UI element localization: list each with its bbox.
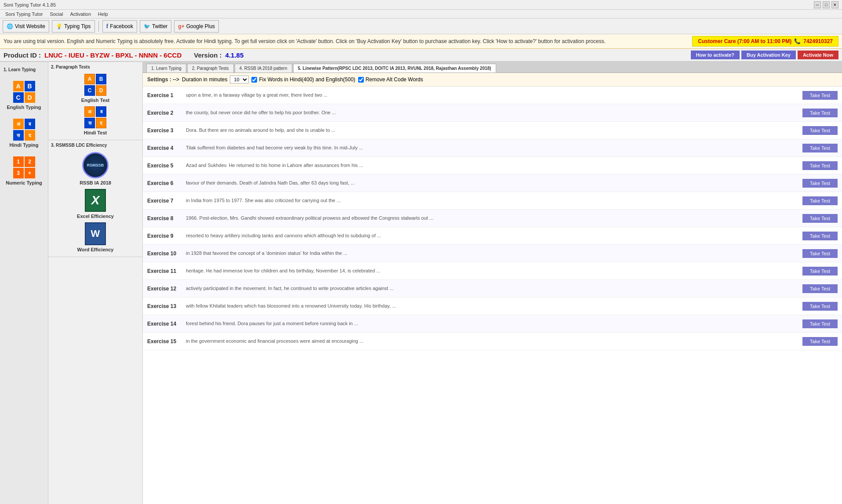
exercise-text-13: with fellow Khilafat leaders which has b… [186,303,799,309]
fix-words-group: Fix Words in Hindi(400) and English(500) [251,76,355,83]
paragraph-tests-section: 2. Paragraph Tests A B C D English Test … [48,62,142,140]
icon-cell-3: 3 [13,168,24,178]
take-test-button-1[interactable]: Take Test [802,91,838,100]
version-label: Version : [194,51,221,59]
google-plus-icon: g+ [178,23,184,29]
customer-care-box: Customer Care (7:00 AM to 11:00 PM) 📞 74… [692,36,838,47]
tab-linewise-pattern[interactable]: 5. Linewise Pattern(RPSC LDC 2013, DOITC… [293,64,496,73]
exercise-row: Exercise 10 in 1928 that favored the con… [143,245,842,262]
exercise-number-2: Exercise 2 [147,110,182,116]
rssb-ia-2018-label: RSSB IA 2018 [80,180,111,185]
take-test-button-9[interactable]: Take Test [802,232,838,240]
remove-alt-code-group: Remove Alt Code Words [358,76,423,83]
eng-icon-c: C [84,85,95,96]
exercise-row: Exercise 13 with fellow Khilafat leaders… [143,297,842,315]
close-button[interactable]: ✕ [831,1,838,8]
maximize-button[interactable]: □ [823,1,830,8]
take-test-button-14[interactable]: Take Test [802,319,838,328]
icon-cell-2: 2 [25,156,35,167]
sidebar-item-numeric-typing[interactable]: 1 2 3 + Numeric Typing [2,155,46,187]
exercise-text-11: heritage. He had immense love for childr… [186,268,799,274]
facebook-button[interactable]: f Facebook [102,20,137,33]
notice-bar: You are using trial version. English and… [0,34,842,49]
sidebar-item-hindi-typing[interactable]: अ ब स द Hindi Typing [2,117,46,149]
take-test-button-8[interactable]: Take Test [802,214,838,223]
excel-icon: X [85,189,106,212]
sidebar-item-learn-typing[interactable]: 1. Learn Typing [2,65,46,74]
notice-text: You are using trial version. English and… [4,38,688,44]
globe-icon: 🌐 [7,23,13,29]
exercise-row: Exercise 12 actively participated in the… [143,280,842,297]
take-test-button-10[interactable]: Take Test [802,249,838,258]
take-test-button-2[interactable]: Take Test [802,109,838,117]
sidebar-learn-typing-label: 1. Learn Typing [4,67,36,72]
hindi-icon-kha: ब [96,106,106,117]
typing-tips-button[interactable]: 💡 Typing Tips [52,20,95,33]
exercise-row: Exercise 9 resorted to heavy artillery i… [143,227,842,245]
remove-alt-code-checkbox[interactable] [358,77,364,83]
english-test-label: English Test [81,98,110,103]
visit-website-button[interactable]: 🌐 Visit Website [3,20,49,33]
settings-label: Settings : --> [147,76,179,83]
sidebar: 1. Learn Typing A B C D English Typing अ… [0,62,48,504]
menu-bar: Soni Typing Tutor Social Activation Help [0,10,842,18]
tab-learn-typing[interactable]: 1. Learn Typing [146,64,186,73]
take-test-button-13[interactable]: Take Test [802,302,838,311]
product-id-label: Product ID : [4,51,41,59]
menu-activation[interactable]: Activation [66,11,94,18]
hindi-test-item[interactable]: अ ब स द Hindi Test [51,105,140,137]
eng-icon-d: D [96,85,106,96]
exercise-text-10: in 1928 that favored the concept of a 'd… [186,250,799,257]
tab-paragraph-tests[interactable]: 2. Paragraph Tests [187,64,234,73]
menu-help[interactable]: Help [94,11,112,18]
menu-soni-typing-tutor[interactable]: Soni Typing Tutor [2,11,46,18]
take-test-button-6[interactable]: Take Test [802,179,838,188]
english-test-item[interactable]: A B C D English Test [51,72,140,105]
settings-bar: Settings : --> Duration in minutes 5 10 … [143,73,842,87]
exercise-text-7: in India from 1975 to 1977. She was also… [186,197,799,204]
rssb-ia-2018-item[interactable]: RSMSSB RSSB IA 2018 [51,150,140,187]
numeric-typing-label: Numeric Typing [6,180,42,185]
exercise-panel: 1. Learn Typing 2. Paragraph Tests 4. RS… [143,62,842,504]
exercise-row: Exercise 14 forest behind his friend. Do… [143,315,842,333]
buy-activation-key-button[interactable]: Buy Activation Key [741,51,796,59]
exercise-text-1: upon a time, in a faraway village by a g… [186,92,799,98]
english-test-icon: A B C D [84,74,106,96]
product-id-value: LNUC - IUEU - BYZW - BPXL - NNNN - 6CCD [44,51,181,59]
take-test-button-3[interactable]: Take Test [802,126,838,135]
exercise-number-3: Exercise 3 [147,127,182,134]
middle-panel: 2. Paragraph Tests A B C D English Test … [48,62,143,504]
take-test-button-5[interactable]: Take Test [802,161,838,170]
exercise-number-7: Exercise 7 [147,198,182,204]
exercise-text-2: the county, but never once did he offer … [186,109,799,116]
exercise-number-1: Exercise 1 [147,92,182,98]
sidebar-item-english-typing[interactable]: A B C D English Typing [2,79,46,112]
hindi-icon-ga: स [84,118,95,128]
word-efficiency-item[interactable]: W Word Efficiency [51,221,140,254]
fix-words-checkbox[interactable] [251,77,257,83]
exercise-text-5: Azad and Sukhdev. He returned to his hom… [186,162,799,169]
twitter-button[interactable]: 🐦 Twitter [140,20,171,33]
exercise-row: Exercise 15 in the government economic a… [143,333,842,350]
exercise-text-14: forest behind his friend. Dora pauses fo… [186,320,799,327]
take-test-button-15[interactable]: Take Test [802,337,838,346]
icon-cell-gha: द [25,130,35,141]
title-bar-controls: ─ □ ✕ [814,1,838,8]
minimize-button[interactable]: ─ [814,1,821,8]
menu-social[interactable]: Social [46,11,66,18]
how-to-activate-button[interactable]: How to activate? [691,51,740,59]
hindi-typing-label: Hindi Typing [10,142,39,148]
take-test-button-12[interactable]: Take Test [802,284,838,293]
activate-now-button[interactable]: Activate Now [798,51,838,59]
take-test-button-11[interactable]: Take Test [802,267,838,276]
exercise-text-8: 1966. Post-election, Mrs. Gandhi showed … [186,215,799,221]
excel-efficiency-item[interactable]: X Excel Efficiency [51,187,140,221]
exercise-text-3: Dora. But there are no animals around to… [186,127,799,134]
take-test-button-7[interactable]: Take Test [802,196,838,205]
take-test-button-4[interactable]: Take Test [802,144,838,152]
google-plus-button[interactable]: g+ Google Plus [174,20,219,33]
tab-rssb-ia-2018[interactable]: 4. RSSB IA 2018 pattern [235,64,292,73]
english-typing-label: English Typing [7,105,41,110]
duration-select[interactable]: 5 10 15 20 30 [230,76,249,83]
typing-tips-label: Typing Tips [64,23,91,29]
